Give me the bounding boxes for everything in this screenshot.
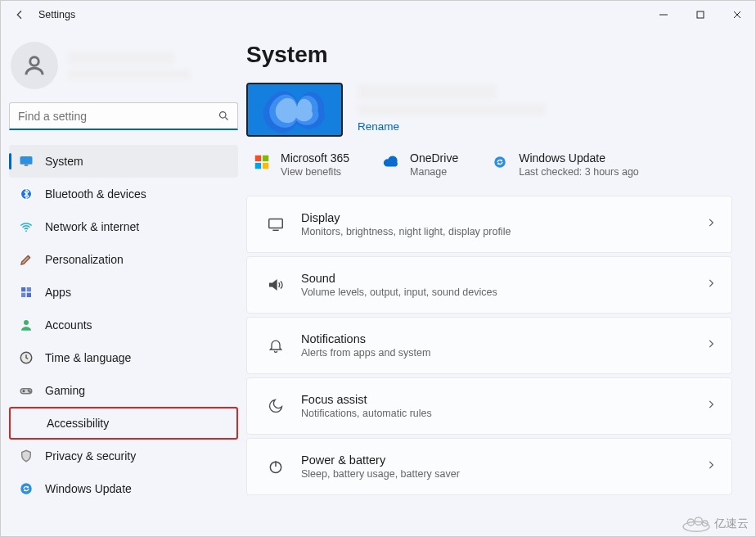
svg-rect-24	[263, 156, 268, 161]
svg-point-20	[26, 417, 29, 420]
quicklink-title: Microsoft 365	[281, 151, 349, 165]
device-thumbnail	[246, 83, 343, 137]
svg-line-6	[225, 117, 227, 120]
sidebar-item-label: Bluetooth & devices	[45, 187, 146, 201]
search-container	[9, 102, 238, 130]
sidebar-item-time-language[interactable]: Time & language	[9, 341, 238, 374]
sidebar-item-label: Accessibility	[47, 417, 109, 430]
svg-rect-12	[27, 287, 31, 291]
sidebar-item-bluetooth-devices[interactable]: Bluetooth & devices	[9, 178, 238, 210]
sidebar-item-apps[interactable]: Apps	[9, 276, 238, 309]
sidebar-item-label: Windows Update	[45, 482, 132, 495]
sidebar-item-gaming[interactable]: Gaming	[9, 374, 238, 407]
shield-icon	[19, 449, 34, 463]
svg-rect-28	[269, 219, 283, 228]
quicklinks-row: Microsoft 365View benefitsOneDriveManage…	[253, 151, 732, 178]
card-subtitle: Volume levels, output, input, sound devi…	[301, 287, 705, 298]
chevron-right-icon	[705, 399, 717, 413]
close-button[interactable]	[718, 1, 755, 29]
gamepad-icon	[19, 383, 34, 398]
sidebar-item-label: Time & language	[45, 351, 131, 364]
card-subtitle: Notifications, automatic rules	[301, 408, 705, 419]
sidebar-item-accounts[interactable]: Accounts	[9, 309, 238, 341]
chevron-right-icon	[705, 217, 717, 232]
minimize-button[interactable]	[645, 1, 682, 29]
sidebar-item-label: System	[45, 155, 83, 168]
sidebar-item-privacy-security[interactable]: Privacy & security	[9, 440, 238, 472]
svg-point-19	[29, 391, 31, 393]
cloud-icon	[382, 153, 400, 171]
settings-cards: DisplayMonitors, brightness, night light…	[246, 196, 732, 495]
sound-icon	[262, 276, 290, 294]
quicklink-onedrive[interactable]: OneDriveManage	[382, 151, 458, 178]
sidebar-item-label: Accounts	[45, 318, 92, 332]
chevron-right-icon	[705, 459, 717, 474]
sidebar-item-label: Network & internet	[45, 220, 139, 233]
profile-block[interactable]: x x	[9, 37, 238, 97]
quicklink-subtitle: View benefits	[281, 166, 349, 178]
chevron-right-icon	[705, 338, 717, 353]
sidebar-item-system[interactable]: System	[9, 145, 238, 178]
svg-rect-23	[255, 156, 261, 161]
quicklink-subtitle: Last checked: 3 hours ago	[519, 166, 639, 178]
sidebar-item-label: Gaming	[45, 384, 85, 397]
page-title: System	[246, 42, 732, 68]
sidebar-item-windows-update[interactable]: Windows Update	[9, 472, 238, 505]
svg-point-27	[494, 156, 506, 168]
card-title: Notifications	[301, 332, 705, 345]
chevron-right-icon	[705, 278, 717, 292]
display-icon	[262, 215, 290, 233]
user-name-redacted: x	[68, 52, 174, 65]
sidebar-item-accessibility[interactable]: Accessibility	[9, 407, 238, 440]
quicklink-microsoft-[interactable]: Microsoft 365View benefits	[253, 151, 349, 178]
card-title: Sound	[301, 272, 705, 285]
sync-icon	[491, 153, 509, 171]
microsoft-icon	[253, 153, 271, 171]
back-button[interactable]	[6, 1, 34, 29]
nav-list: SystemBluetooth & devicesNetwork & inter…	[9, 145, 238, 505]
svg-rect-13	[21, 293, 25, 297]
quicklink-windows-update[interactable]: Windows UpdateLast checked: 3 hours ago	[491, 151, 639, 178]
monitor-icon	[19, 154, 34, 169]
card-subtitle: Sleep, battery usage, battery saver	[301, 468, 705, 480]
content-area: System x x Rename Microsoft 365View bene…	[246, 29, 755, 536]
brush-icon	[19, 252, 34, 267]
sidebar-item-label: Privacy & security	[45, 449, 136, 463]
card-display[interactable]: DisplayMonitors, brightness, night light…	[246, 196, 732, 253]
svg-rect-1	[697, 11, 704, 18]
svg-point-4	[30, 57, 39, 66]
user-email-redacted: x	[68, 70, 191, 79]
card-subtitle: Monitors, brightness, night light, displ…	[301, 226, 705, 237]
search-icon	[218, 110, 230, 122]
bell-icon	[262, 337, 290, 354]
svg-rect-14	[27, 293, 31, 297]
sidebar-item-label: Personalization	[45, 253, 124, 266]
card-title: Display	[301, 211, 705, 224]
card-focus-assist[interactable]: Focus assistNotifications, automatic rul…	[246, 377, 732, 435]
sidebar-item-personalization[interactable]: Personalization	[9, 243, 238, 276]
rename-link[interactable]: Rename	[358, 120, 546, 133]
person-icon	[19, 318, 34, 332]
window-title: Settings	[38, 9, 75, 20]
clock-icon	[19, 350, 34, 365]
card-notifications[interactable]: NotificationsAlerts from apps and system	[246, 317, 732, 374]
search-input[interactable]	[9, 102, 238, 130]
svg-point-21	[20, 483, 32, 494]
card-sound[interactable]: SoundVolume levels, output, input, sound…	[246, 256, 732, 314]
svg-rect-25	[255, 163, 261, 169]
device-name-redacted: x	[358, 84, 497, 99]
card-power-battery[interactable]: Power & batterySleep, battery usage, bat…	[246, 438, 732, 495]
quicklink-subtitle: Manage	[410, 166, 458, 178]
svg-point-5	[220, 112, 227, 119]
card-title: Focus assist	[301, 393, 705, 406]
wifi-icon	[19, 219, 34, 234]
svg-point-15	[24, 320, 29, 325]
svg-rect-11	[21, 287, 25, 291]
sidebar-item-network-internet[interactable]: Network & internet	[9, 210, 238, 243]
watermark: 亿速云	[680, 515, 749, 533]
power-icon	[262, 458, 290, 475]
svg-point-10	[25, 230, 27, 232]
quicklink-title: OneDrive	[410, 151, 458, 165]
card-title: Power & battery	[301, 454, 705, 467]
maximize-button[interactable]	[682, 1, 718, 29]
